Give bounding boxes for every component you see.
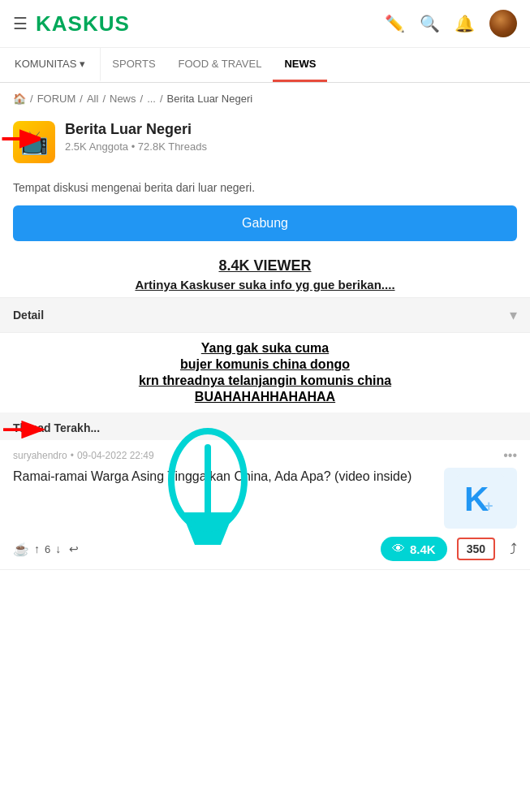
thread-meta: suryahendro • 09-04-2022 22:49 ••• [13,448,517,463]
tab-sports[interactable]: SPORTS [101,48,166,82]
thread-section-header: Thread Terakh... [0,412,530,440]
hamburger-icon[interactable]: ☰ [13,14,28,33]
search-icon[interactable]: 🔍 [420,14,440,33]
annotation-line2: Artinya Kaskuser suka info yg gue berika… [135,278,394,292]
thread-thumbnail[interactable]: K + [444,468,517,529]
thread-footer: ☕ ↑ 6 ↓ ↩ 👁 8.4K 350 ⤴ [13,537,517,561]
thread-more-button[interactable]: ••• [503,448,517,463]
header-left: ☰ KASKUS [13,11,130,37]
tab-news[interactable]: NEWS [273,48,327,82]
annotation-block-2: Yang gak suka cuma bujer komunis china d… [0,333,530,412]
views-count: 8.4K [410,542,436,556]
annotation-line4: bujer komunis china dongo [180,357,350,371]
edit-icon[interactable]: ✏️ [385,14,405,33]
svg-text:+: + [485,498,493,514]
breadcrumb-all[interactable]: All [87,93,98,105]
forum-info: 📺 Berita Luar Negeri 2.5K Anggota • 72.8… [0,114,530,176]
header: ☰ KASKUS ✏️ 🔍 🔔 [0,0,530,48]
logo[interactable]: KASKUS [36,11,130,37]
home-icon[interactable]: 🏠 [13,93,26,105]
chevron-down-icon: ▾ [80,58,85,70]
header-right: ✏️ 🔍 🔔 [385,10,517,37]
thread-item: suryahendro • 09-04-2022 22:49 ••• Ramai… [0,440,530,570]
forum-stats: 2.5K Anggota • 72.8K Threads [65,140,517,153]
breadcrumb-current: Berita Luar Negeri [167,93,253,105]
breadcrumb: 🏠 / FORUM / All / News / ... / Berita Lu… [0,83,530,114]
red-arrow-left [0,124,41,153]
comments-box[interactable]: 350 [457,538,495,560]
thread-date: 09-04-2022 22:49 [77,450,154,461]
bell-icon[interactable]: 🔔 [455,14,475,33]
red-arrow-thread [0,419,45,442]
forum-description: Tempat diskusi mengenai berita dari luar… [0,176,530,205]
vote-down-icon[interactable]: ↓ [55,542,61,555]
comments-count: 350 [467,542,485,555]
share-icon[interactable]: ⤴ [510,541,517,558]
join-button[interactable]: Gabung [13,205,517,241]
detail-section-title: Detail [13,309,44,322]
eye-icon: 👁 [392,542,405,556]
vote-up-icon[interactable]: ↑ [34,542,40,555]
thread-author: suryahendro [13,450,67,461]
coffee-icon: ☕ [13,542,29,557]
thread-content: Ramai-ramai Warga Asing Tinggalkan China… [13,468,517,529]
chevron-down-icon-detail[interactable]: ▾ [510,306,517,324]
avatar[interactable] [489,10,517,37]
vote-count: 6 [45,543,50,555]
views-pill: 👁 8.4K [381,537,447,561]
detail-section-header: Detail ▾ [0,297,530,333]
forum-details: Berita Luar Negeri 2.5K Anggota • 72.8K … [65,121,517,153]
thread-footer-left: ☕ ↑ 6 ↓ ↩ [13,542,79,557]
reply-icon[interactable]: ↩ [69,542,79,555]
forum-name: Berita Luar Negeri [65,121,517,138]
breadcrumb-news[interactable]: News [110,93,136,105]
annotation-viewer-count: 8.4K VIEWER [218,257,311,274]
breadcrumb-ellipsis[interactable]: ... [147,93,156,105]
annotation-line5: krn threadnya telanjangin komunis china [139,374,391,387]
annotation-line6: BUAHAHAHHAHAHAA [195,390,335,404]
nav-tabs: KOMUNITAS ▾ SPORTS FOOD & TRAVEL NEWS [0,48,530,83]
annotation-line3: Yang gak suka cuma [201,341,329,355]
annotation-block-1: 8.4K VIEWER Artinya Kaskuser suka info y… [0,254,530,297]
tab-food-travel[interactable]: FOOD & TRAVEL [167,48,274,82]
tab-komunitas[interactable]: KOMUNITAS ▾ [3,48,101,82]
kaskus-thumbnail-icon: K + [456,474,505,523]
thread-title[interactable]: Ramai-ramai Warga Asing Tinggalkan China… [13,468,436,486]
breadcrumb-forum[interactable]: FORUM [37,93,76,105]
